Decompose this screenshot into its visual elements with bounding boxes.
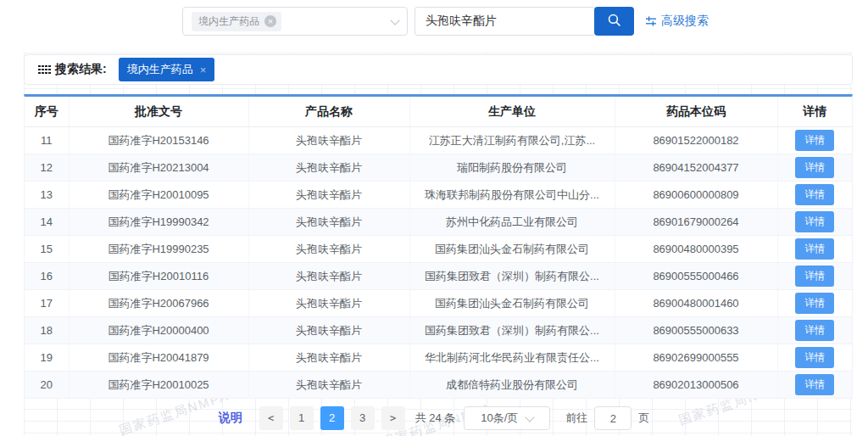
page-size-select[interactable]: 10条/页 [464, 406, 550, 430]
cell-product-name: 头孢呋辛酯片 [248, 344, 409, 372]
detail-button[interactable]: 详情 [795, 293, 834, 314]
results-table: 序号 批准文号 产品名称 生产单位 药品本位码 详情 11 国药准字H20153… [25, 97, 852, 398]
category-tag-label: 境内生产药品 [198, 14, 259, 29]
category-tag-close-icon[interactable]: × [264, 15, 276, 27]
cell-index: 14 [25, 209, 69, 236]
cell-product-name: 头孢呋辛酯片 [248, 263, 409, 290]
cell-index: 19 [25, 344, 69, 372]
table-row: 16 国药准字H20010116 头孢呋辛酯片 国药集团致君（深圳）制药有限公.… [25, 263, 852, 290]
next-page-button[interactable]: > [381, 406, 405, 430]
page-button-2[interactable]: 2 [320, 406, 344, 430]
sliders-icon [645, 15, 657, 27]
results-table-container: 序号 批准文号 产品名称 生产单位 药品本位码 详情 11 国药准字H20153… [24, 94, 853, 399]
cell-code: 86901679000264 [615, 209, 777, 236]
cell-product-name: 头孢呋辛酯片 [248, 127, 409, 154]
column-header-code: 药品本位码 [615, 97, 777, 127]
filter-tag: 境内生产药品 × [119, 58, 215, 81]
table-row: 14 国药准字H19990342 头孢呋辛酯片 苏州中化药品工业有限公司 869… [25, 209, 852, 236]
cell-product-name: 头孢呋辛酯片 [248, 372, 409, 399]
table-row: 20 国药准字H20010025 头孢呋辛酯片 成都倍特药业股份有限公司 869… [25, 372, 852, 399]
category-tag: 境内生产药品 × [192, 12, 281, 31]
cell-code: 86902699000555 [615, 344, 777, 372]
cell-code: 86900480001460 [615, 290, 777, 317]
cell-detail: 详情 [777, 263, 852, 290]
results-label: 搜索结果: [38, 62, 107, 77]
detail-button[interactable]: 详情 [795, 157, 834, 178]
cell-index: 13 [25, 182, 69, 209]
chevron-down-icon [390, 15, 399, 25]
goto-label: 前往 [565, 411, 587, 426]
advanced-search-link[interactable]: 高级搜索 [645, 14, 709, 29]
table-row: 19 国药准字H20041879 头孢呋辛酯片 华北制药河北华民药业有限责任公.… [25, 344, 852, 372]
cell-approval-no: 国药准字H20010025 [69, 372, 248, 399]
detail-button[interactable]: 详情 [795, 211, 834, 232]
pagination: 说明 < 1 2 3 > 共 24 条 10条/页 前往 页 [0, 406, 868, 430]
column-header-manufacturer: 生产单位 [409, 97, 615, 127]
cell-approval-no: 国药准字H19990235 [69, 236, 248, 263]
cell-code: 86902013000506 [615, 372, 777, 399]
detail-button[interactable]: 详情 [795, 130, 834, 151]
table-header-row: 序号 批准文号 产品名称 生产单位 药品本位码 详情 [25, 97, 852, 127]
cell-manufacturer: 华北制药河北华民药业有限责任公... [409, 344, 615, 372]
grid-icon [38, 65, 51, 75]
cell-detail: 详情 [777, 209, 852, 236]
search-input[interactable] [415, 7, 594, 36]
detail-button[interactable]: 详情 [795, 266, 834, 287]
results-header-card: 搜索结果: 境内生产药品 × [24, 54, 853, 85]
detail-button[interactable]: 详情 [795, 374, 834, 395]
detail-button[interactable]: 详情 [795, 184, 834, 205]
note-link[interactable]: 说明 [219, 411, 242, 426]
cell-index: 18 [25, 317, 69, 344]
cell-code: 86900555000466 [615, 263, 777, 290]
detail-button[interactable]: 详情 [795, 347, 834, 368]
cell-product-name: 头孢呋辛酯片 [248, 182, 409, 209]
cell-index: 12 [25, 154, 69, 182]
cell-detail: 详情 [777, 372, 852, 399]
cell-approval-no: 国药准字H20010116 [69, 263, 248, 290]
search-button[interactable] [594, 7, 634, 36]
goto-suffix: 页 [638, 411, 649, 426]
cell-code: 86904152004377 [615, 154, 777, 182]
detail-button[interactable]: 详情 [795, 238, 834, 260]
column-header-product-name: 产品名称 [248, 97, 409, 127]
total-count-text: 共 24 条 [415, 411, 456, 426]
cell-manufacturer: 国药集团致君（深圳）制药有限公... [409, 263, 615, 290]
detail-button[interactable]: 详情 [795, 320, 834, 341]
table-row: 13 国药准字H20010095 头孢呋辛酯片 珠海联邦制药股份有限公司中山分.… [25, 182, 852, 209]
category-select[interactable]: 境内生产药品 × [182, 7, 408, 36]
cell-approval-no: 国药准字H19990342 [69, 209, 248, 236]
cell-product-name: 头孢呋辛酯片 [248, 154, 409, 182]
table-row: 15 国药准字H19990235 头孢呋辛酯片 国药集团汕头金石制药有限公司 8… [25, 236, 852, 263]
page-button-1[interactable]: 1 [290, 406, 314, 430]
cell-approval-no: 国药准字H20000400 [69, 317, 248, 344]
cell-index: 11 [25, 127, 69, 154]
filter-tag-label: 境内生产药品 [127, 62, 193, 77]
cell-product-name: 头孢呋辛酯片 [248, 317, 409, 344]
table-row: 12 国药准字H20213004 头孢呋辛酯片 瑞阳制药股份有限公司 86904… [25, 154, 852, 182]
cell-manufacturer: 珠海联邦制药股份有限公司中山分... [409, 182, 615, 209]
cell-code: 86900555000633 [615, 317, 777, 344]
cell-approval-no: 国药准字H20041879 [69, 344, 248, 372]
column-header-index: 序号 [25, 97, 69, 127]
page-button-3[interactable]: 3 [351, 406, 375, 430]
filter-tag-close-icon[interactable]: × [200, 64, 207, 76]
goto-page-input[interactable] [594, 406, 632, 430]
table-row: 11 国药准字H20153146 头孢呋辛酯片 江苏正大清江制药有限公司,江苏.… [25, 127, 852, 154]
cell-code: 86900480000395 [615, 236, 777, 263]
cell-detail: 详情 [777, 290, 852, 317]
cell-index: 15 [25, 236, 69, 263]
cell-product-name: 头孢呋辛酯片 [248, 209, 409, 236]
cell-detail: 详情 [777, 127, 852, 154]
cell-manufacturer: 国药集团汕头金石制药有限公司 [409, 290, 615, 317]
cell-approval-no: 国药准字H20153146 [69, 127, 248, 154]
prev-page-button[interactable]: < [259, 406, 283, 430]
cell-approval-no: 国药准字H20010095 [69, 182, 248, 209]
cell-index: 20 [25, 372, 69, 399]
cell-approval-no: 国药准字H20213004 [69, 154, 248, 182]
cell-detail: 详情 [777, 154, 852, 182]
results-label-text: 搜索结果: [55, 62, 107, 77]
advanced-search-label: 高级搜索 [661, 14, 709, 29]
column-header-approval-no: 批准文号 [69, 97, 248, 127]
cell-product-name: 头孢呋辛酯片 [248, 290, 409, 317]
cell-code: 86900600000809 [615, 182, 777, 209]
